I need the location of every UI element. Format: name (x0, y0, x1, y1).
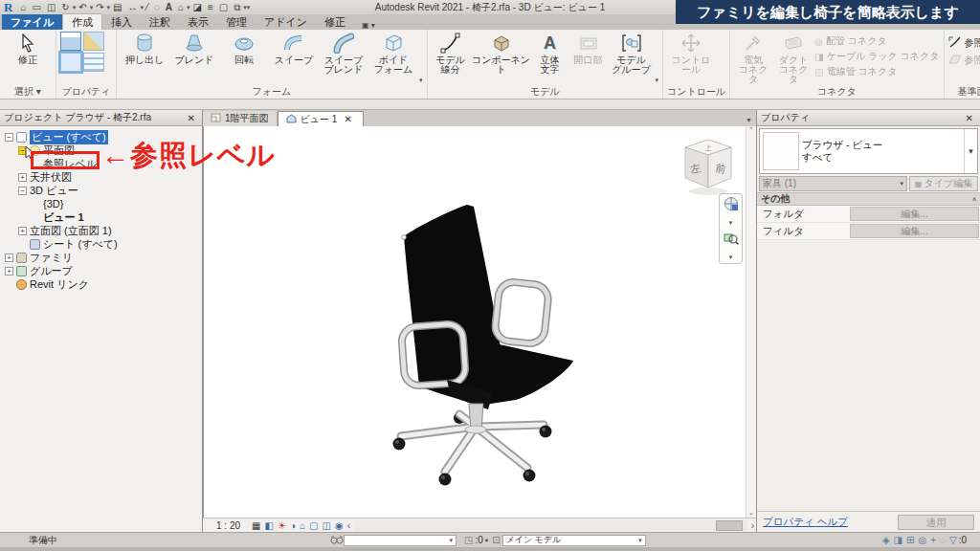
text-icon[interactable]: A (166, 1, 172, 13)
collapse-left-icon[interactable]: ‹ (347, 519, 350, 532)
undo-dropdown-icon[interactable]: ▾ (90, 4, 94, 11)
filter-icon[interactable]: ▽ (949, 535, 957, 545)
void-form-dropdown-icon[interactable]: ▾ (419, 77, 423, 84)
view-tab-floor-plan[interactable]: 1階平面図 (203, 111, 278, 126)
reference-line-button[interactable]: 参照 線 (948, 36, 980, 50)
chair-3d-model[interactable] (365, 182, 585, 507)
scroll-up-icon[interactable]: ⌃ (748, 126, 754, 133)
steering-wheel-dropdown-icon[interactable]: ▾ (729, 219, 733, 227)
close-icon[interactable]: ✕ (963, 113, 976, 123)
print-icon[interactable]: ▤ (113, 1, 122, 13)
visual-style-icon[interactable]: ◧ (264, 519, 273, 532)
properties-help-link[interactable]: プロパティ ヘルプ (763, 516, 848, 529)
tab-modify[interactable]: 修正 (316, 14, 354, 30)
horizontal-scrollbar[interactable] (354, 520, 747, 531)
void-form-button[interactable]: ボイド フォーム (369, 32, 417, 75)
element-filter-combo[interactable]: 家具 (1) ▾ (759, 176, 907, 191)
panel-datum-label[interactable]: 基準面 (945, 86, 980, 99)
view-cube[interactable]: 上 左 前 (681, 138, 735, 201)
sweep-button[interactable]: スイープ (270, 32, 318, 65)
drag-on-selection-icon[interactable]: + (930, 535, 936, 545)
edit-folder-button[interactable]: 編集... (850, 207, 979, 221)
scroll-down-icon[interactable]: ⌄ (748, 509, 754, 517)
qat-customize-icon[interactable]: ▾ (247, 4, 251, 11)
section-collapse-icon[interactable]: ˄ (972, 196, 976, 203)
steering-wheel-icon[interactable] (724, 196, 739, 215)
default-3d-view-icon[interactable]: ⌂ (178, 1, 184, 13)
expand-icon[interactable]: + (18, 173, 27, 182)
model-group-dropdown-icon[interactable]: ▾ (656, 77, 659, 84)
section-icon[interactable]: ◪ (192, 1, 201, 13)
panel-form-label[interactable]: フォーム (117, 86, 427, 99)
scroll-right-icon[interactable]: › (751, 519, 754, 532)
properties-palette-icon[interactable] (60, 32, 81, 51)
select-by-face-icon[interactable]: ◎ (918, 535, 926, 545)
tab-annotate[interactable]: 注釈 (141, 14, 179, 30)
component-button[interactable]: コンポーネント (472, 32, 531, 75)
panel-model-label[interactable]: モデル (428, 86, 663, 99)
undo-icon[interactable]: ↶ (78, 1, 86, 13)
temporary-hide-icon[interactable]: ◫ (322, 519, 330, 532)
edit-type-button[interactable]: ▦ タイプ編集 (909, 176, 978, 191)
tree-item-revit-links[interactable]: Revit リンク (0, 277, 202, 291)
blend-button[interactable]: ブレンド (170, 32, 218, 65)
edit-filter-button[interactable]: 編集... (850, 224, 979, 238)
tree-item-sheets[interactable]: シート (すべて) (0, 237, 202, 251)
panel-select-label[interactable]: 選択 ▾ (0, 86, 56, 99)
expand-icon[interactable]: + (18, 227, 27, 235)
tree-item-view-1[interactable]: ビュー 1 (0, 210, 202, 224)
detail-level-icon[interactable]: ▦ (252, 519, 260, 532)
tab-file[interactable]: ファイル (2, 14, 62, 30)
home-icon[interactable]: ⌂ (20, 1, 26, 13)
main-model-combo[interactable]: メイン モデル▾ (502, 535, 646, 546)
drawing-canvas[interactable]: 上 左 前 ▾ ▾ ⌃⌄ (203, 126, 756, 518)
revolve-button[interactable]: 回転 (220, 32, 268, 65)
tab-insert[interactable]: 挿入 (102, 14, 141, 30)
show-crop-icon[interactable]: ▢ (309, 519, 318, 532)
tree-item-families[interactable]: + ファミリ (0, 251, 202, 264)
options-icon[interactable]: ⊡ (492, 535, 500, 545)
model-text-button[interactable]: A 立体 文字 (533, 32, 568, 75)
family-parameter-icon[interactable] (83, 53, 104, 72)
crop-view-icon[interactable]: ⌂ (300, 519, 305, 532)
apply-button[interactable]: 適用 (898, 515, 974, 530)
tree-item-3d-views[interactable]: − 3D ビュー (0, 184, 202, 197)
type-selector-dropdown-icon[interactable]: ▼ (964, 129, 977, 173)
save-icon[interactable]: ◫ (47, 1, 56, 13)
panel-connector-label[interactable]: コネクタ (730, 86, 943, 99)
family-types-icon[interactable] (60, 53, 81, 72)
tab-manage[interactable]: 管理 (217, 14, 256, 30)
sweep-blend-button[interactable]: スイープ ブレンド (320, 32, 368, 75)
ribbon-display-toggle-icon[interactable]: ▣ ▾ (362, 21, 375, 30)
expand-icon[interactable]: − (5, 133, 13, 142)
aligned-dimension-icon[interactable]: ⁄ (146, 1, 148, 13)
select-pinned-icon[interactable]: ⊞ (906, 535, 914, 545)
3d-view-dropdown-icon[interactable]: ▾ (187, 4, 190, 11)
sun-path-icon[interactable]: ☀ (278, 519, 286, 532)
model-group-button[interactable]: モデル グループ (610, 32, 654, 75)
vertical-scrollbar[interactable]: ⌃⌄ (746, 126, 756, 518)
close-view-icon[interactable]: ✕ (341, 114, 354, 124)
section-other[interactable]: その他 ˄ (757, 192, 980, 206)
shadows-icon[interactable]: ◑ (290, 519, 296, 532)
properties-header[interactable]: プロパティ ✕ (757, 110, 980, 126)
open-icon[interactable]: ▭ (32, 1, 40, 13)
scale-control[interactable]: 1 : 20 (216, 520, 240, 531)
thin-lines-icon[interactable]: ≡ (208, 1, 213, 13)
scrollbar-thumb[interactable] (716, 520, 743, 531)
tab-addins[interactable]: アドイン (256, 14, 316, 30)
tab-list-dropdown-icon[interactable]: ▼ (746, 117, 756, 126)
redo-icon[interactable]: ↷ (96, 1, 103, 13)
expand-icon[interactable]: + (5, 267, 13, 276)
measure-dropdown-icon[interactable]: ▾ (141, 4, 145, 11)
measure-icon[interactable]: ↔ (128, 1, 138, 13)
tree-item-groups[interactable]: + グループ (0, 264, 202, 277)
tab-create[interactable]: 作成 (62, 13, 102, 30)
zoom-icon[interactable] (724, 231, 739, 250)
select-underlay-icon[interactable]: ◨ (894, 535, 902, 545)
close-inactive-windows-icon[interactable]: ▢ (219, 1, 228, 13)
tag-icon[interactable]: ◌ (154, 1, 160, 13)
tab-view[interactable]: 表示 (179, 14, 217, 30)
close-icon[interactable]: ✕ (185, 113, 198, 123)
revit-logo-icon[interactable]: R (4, 0, 12, 15)
